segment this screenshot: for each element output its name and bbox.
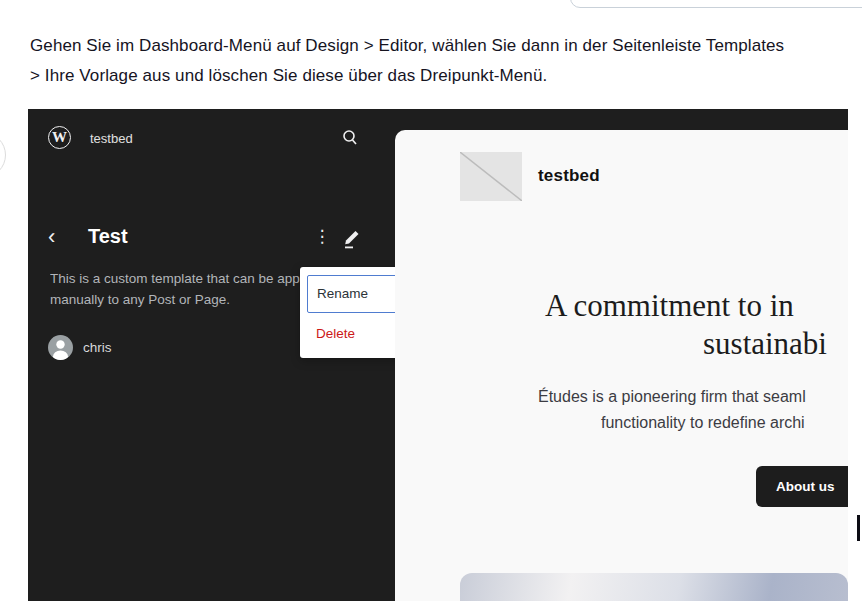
menu-item-delete[interactable]: Delete bbox=[316, 324, 355, 344]
preview-paragraph-line-2: functionality to redefine archi bbox=[601, 414, 805, 432]
kebab-menu-icon[interactable]: ⋮ bbox=[310, 223, 334, 251]
wordpress-editor-screenshot: W testbed ‹ Test ⋮ This is a custom temp… bbox=[28, 109, 848, 601]
scrollbar-thumb[interactable] bbox=[857, 515, 860, 541]
preview-paragraph-line-1: Études is a pioneering firm that seaml bbox=[538, 388, 806, 406]
instruction-line-1: Gehen Sie im Dashboard-Menü auf Design >… bbox=[30, 31, 850, 61]
preview-site-title[interactable]: testbed bbox=[538, 166, 600, 186]
preview-hero-image bbox=[460, 573, 848, 601]
template-description-line-2: manually to any Post or Page. bbox=[50, 289, 330, 310]
avatar bbox=[0, 132, 6, 178]
site-preview-canvas: testbed A commitment to in sustainabi Ét… bbox=[395, 130, 848, 601]
preview-heading-line-2: sustainabi bbox=[703, 326, 827, 362]
back-chevron-icon[interactable]: ‹ bbox=[48, 226, 68, 250]
user-avatar-icon bbox=[48, 335, 73, 360]
preview-heading-line-1: A commitment to in bbox=[545, 288, 794, 324]
author-name: chris bbox=[83, 340, 112, 355]
edit-pencil-icon[interactable] bbox=[342, 225, 364, 249]
template-description: This is a custom template that can be ap… bbox=[50, 268, 330, 310]
instruction-line-2: > Ihre Vorlage aus und löschen Sie diese… bbox=[30, 61, 850, 91]
template-description-line-1: This is a custom template that can be ap… bbox=[50, 268, 330, 289]
search-icon[interactable] bbox=[340, 128, 360, 148]
instruction-text: Gehen Sie im Dashboard-Menü auf Design >… bbox=[30, 31, 850, 91]
chat-input[interactable] bbox=[570, 0, 862, 8]
site-logo-placeholder-image[interactable] bbox=[460, 152, 522, 201]
wordpress-logo-icon[interactable]: W bbox=[48, 126, 71, 149]
about-us-button[interactable]: About us bbox=[756, 466, 848, 507]
site-name-label: testbed bbox=[90, 131, 133, 146]
template-title: Test bbox=[88, 225, 128, 248]
